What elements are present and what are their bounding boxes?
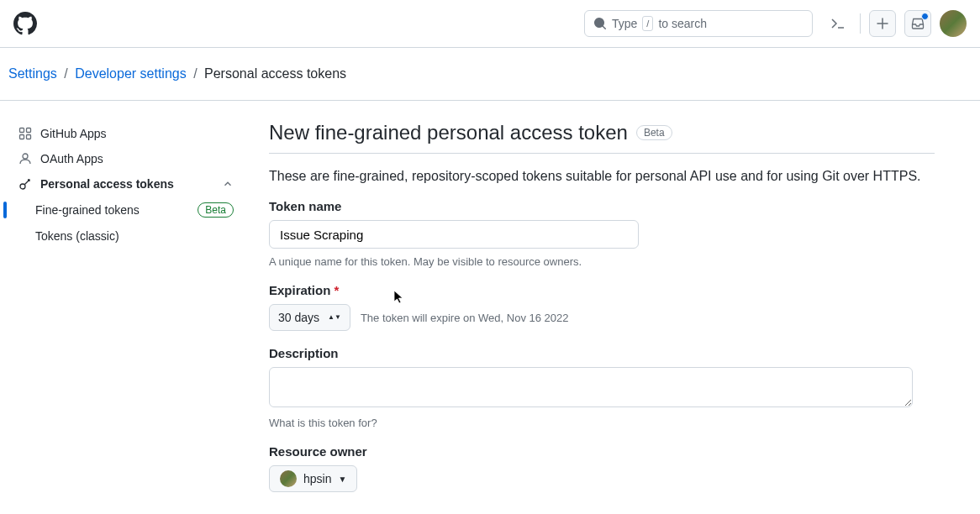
sidebar-item-oauth-apps[interactable]: OAuth Apps — [10, 146, 242, 171]
search-placeholder-suffix: to search — [658, 17, 707, 30]
beta-badge: Beta — [198, 202, 234, 218]
svg-rect-2 — [20, 135, 24, 139]
search-input[interactable]: Type / to search — [584, 10, 813, 37]
resource-owner-label: Resource owner — [269, 444, 935, 459]
expiration-select[interactable]: 30 days ▲▼ — [269, 304, 350, 331]
key-icon — [18, 177, 32, 191]
sidebar-item-github-apps[interactable]: GitHub Apps — [10, 121, 242, 146]
notification-dot — [921, 13, 929, 20]
expiration-value: 30 days — [278, 311, 319, 324]
expiration-label: Expiration * — [269, 283, 935, 297]
description-label: Description — [269, 346, 935, 360]
github-logo[interactable] — [13, 10, 40, 37]
token-name-input[interactable] — [269, 220, 639, 249]
user-avatar[interactable] — [940, 10, 967, 37]
token-name-help: A unique name for this token. May be vis… — [269, 255, 935, 268]
breadcrumb-current: Personal access tokens — [204, 66, 346, 81]
sidebar-item-label: Personal access tokens — [40, 177, 174, 191]
sidebar-item-label: GitHub Apps — [40, 127, 107, 140]
beta-badge: Beta — [636, 125, 672, 140]
owner-avatar — [280, 470, 297, 487]
sidebar-item-label: Fine-grained tokens — [35, 203, 140, 217]
svg-rect-3 — [27, 135, 31, 139]
resource-owner-select[interactable]: hpsin ▼ — [269, 465, 357, 492]
caret-down-icon: ▼ — [338, 475, 346, 484]
chevron-up-icon — [222, 178, 234, 190]
svg-point-5 — [20, 184, 25, 189]
search-slash-key: / — [642, 16, 653, 31]
breadcrumb: Settings / Developer settings / Personal… — [0, 48, 980, 100]
breadcrumb-developer-settings[interactable]: Developer settings — [75, 66, 187, 81]
description-textarea[interactable] — [269, 367, 913, 407]
command-palette-button[interactable] — [825, 10, 851, 37]
updown-icon: ▲▼ — [328, 315, 341, 320]
global-header: Type / to search — [0, 0, 980, 48]
plus-icon — [876, 17, 889, 30]
search-placeholder-prefix: Type — [612, 17, 637, 30]
sidebar-item-label: OAuth Apps — [40, 152, 103, 165]
notifications-button[interactable] — [904, 10, 931, 37]
resource-owner-value: hpsin — [303, 472, 331, 485]
create-new-button[interactable] — [869, 10, 896, 37]
svg-point-4 — [23, 154, 28, 159]
breadcrumb-settings[interactable]: Settings — [8, 66, 57, 81]
header-actions — [825, 10, 967, 37]
sidebar-item-personal-access-tokens[interactable]: Personal access tokens — [10, 171, 242, 197]
person-icon — [18, 152, 32, 165]
search-icon — [593, 17, 607, 30]
svg-rect-0 — [20, 128, 24, 133]
sidebar-subitem-tokens-classic[interactable]: Tokens (classic) — [10, 223, 242, 249]
apps-icon — [18, 127, 32, 140]
breadcrumb-sep: / — [64, 66, 67, 81]
token-name-label: Token name — [269, 199, 935, 213]
expiration-note: The token will expire on Wed, Nov 16 202… — [361, 312, 569, 324]
divider — [860, 13, 861, 34]
page-intro: These are fine-grained, repository-scope… — [269, 169, 935, 184]
page-title: New fine-grained personal access token — [269, 121, 628, 144]
sidebar: GitHub Apps OAuth Apps Personal access t… — [0, 101, 249, 514]
main-content: New fine-grained personal access token B… — [249, 101, 975, 514]
sidebar-item-label: Tokens (classic) — [35, 229, 119, 243]
sidebar-subitem-fine-grained[interactable]: Fine-grained tokens Beta — [10, 197, 242, 223]
breadcrumb-sep: / — [193, 66, 197, 81]
svg-rect-1 — [27, 128, 31, 133]
description-help: What is this token for? — [269, 417, 935, 429]
